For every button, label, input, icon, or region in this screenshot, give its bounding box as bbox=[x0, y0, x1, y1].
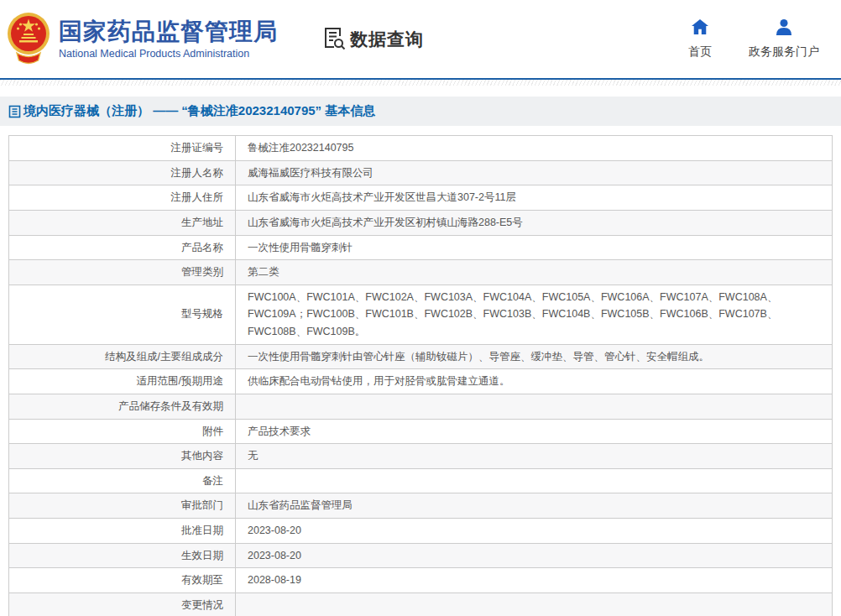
table-row: 注册证编号 鲁械注准20232140795 bbox=[9, 136, 833, 161]
nav-home-label: 首页 bbox=[688, 44, 712, 60]
row-value: 一次性使用骨髓穿刺针由管心针座（辅助钕磁片）、导管座、缓冲垫、导管、管心针、安全… bbox=[236, 344, 833, 369]
row-label: 生产地址 bbox=[9, 210, 236, 235]
row-label: 产品储存条件及有效期 bbox=[9, 394, 236, 419]
data-query-section[interactable]: 数据查询 bbox=[321, 25, 424, 54]
row-value: 供临床配合电动骨钻使用，用于对胫骨或肱骨建立通道。 bbox=[236, 369, 833, 394]
table-row: 批准日期 2023-08-20 bbox=[9, 519, 833, 544]
row-label: 注册人住所 bbox=[9, 185, 236, 211]
row-label: 注册证编号 bbox=[9, 136, 236, 161]
document-icon bbox=[8, 105, 21, 118]
row-value: 鲁械注准20232140795 bbox=[236, 136, 833, 161]
table-row: 产品名称 一次性使用骨髓穿刺针 bbox=[9, 235, 833, 260]
table-row: 注册人住所 山东省威海市火炬高技术产业开发区世昌大道307-2号11层 bbox=[9, 185, 833, 211]
row-label: 有效期至 bbox=[9, 568, 236, 593]
table-row: 有效期至 2028-08-19 bbox=[9, 568, 833, 593]
nav-home[interactable]: 首页 bbox=[688, 18, 712, 60]
breadcrumb-text: 境内医疗器械（注册） —— “鲁械注准20232140795” 基本信息 bbox=[24, 103, 375, 119]
org-title-en: National Medical Products Administration bbox=[59, 48, 278, 60]
table-row: 结构及组成/主要组成成分 一次性使用骨髓穿刺针由管心针座（辅助钕磁片）、导管座、… bbox=[9, 344, 833, 369]
table-row: 生产地址 山东省威海市火炬高技术产业开发区初村镇山海路288-E5号 bbox=[9, 210, 833, 235]
table-row: 生效日期 2023-08-20 bbox=[9, 543, 833, 568]
row-value: 山东省威海市火炬高技术产业开发区初村镇山海路288-E5号 bbox=[236, 210, 833, 235]
row-value: 一次性使用骨髓穿刺针 bbox=[236, 235, 833, 260]
row-value: 无 bbox=[236, 444, 833, 469]
row-value bbox=[236, 468, 833, 493]
row-label: 适用范围/预期用途 bbox=[9, 369, 236, 394]
registration-info-table: 注册证编号 鲁械注准20232140795 注册人名称 威海福威医疗科技有限公司… bbox=[8, 135, 833, 616]
row-value: 威海福威医疗科技有限公司 bbox=[236, 160, 833, 185]
data-query-label: 数据查询 bbox=[350, 28, 424, 51]
row-label: 注册人名称 bbox=[9, 160, 236, 185]
row-value: 2023-08-20 bbox=[236, 519, 833, 544]
table-row: 管理类别 第二类 bbox=[9, 260, 833, 285]
row-value: 产品技术要求 bbox=[236, 419, 833, 444]
logo-group: 国家药品监督管理局 National Medical Products Admi… bbox=[7, 11, 278, 68]
row-label: 备注 bbox=[9, 468, 236, 493]
row-value bbox=[236, 593, 833, 616]
table-row: 审批部门 山东省药品监督管理局 bbox=[9, 493, 833, 519]
row-value: 2028-08-19 bbox=[236, 568, 833, 593]
site-header: 国家药品监督管理局 National Medical Products Admi… bbox=[0, 0, 841, 78]
row-label: 变更情况 bbox=[9, 593, 236, 616]
row-label: 管理类别 bbox=[9, 260, 236, 285]
row-value: 2023-08-20 bbox=[236, 543, 833, 568]
row-value: 山东省威海市火炬高技术产业开发区世昌大道307-2号11层 bbox=[236, 185, 833, 211]
table-row: 注册人名称 威海福威医疗科技有限公司 bbox=[9, 160, 833, 185]
nav-portal-label: 政务服务门户 bbox=[749, 44, 819, 60]
row-value bbox=[236, 394, 833, 419]
table-row: 型号规格 FWC100A、FWC101A、FWC102A、FWC103A、FWC… bbox=[9, 285, 833, 344]
table-row: 其他内容 无 bbox=[9, 444, 833, 469]
org-titles: 国家药品监督管理局 National Medical Products Admi… bbox=[59, 18, 278, 59]
home-icon bbox=[691, 18, 709, 39]
table-row: 变更情况 bbox=[9, 593, 833, 616]
table-row: 适用范围/预期用途 供临床配合电动骨钻使用，用于对胫骨或肱骨建立通道。 bbox=[9, 369, 833, 394]
breadcrumb: 境内医疗器械（注册） —— “鲁械注准20232140795” 基本信息 bbox=[0, 97, 841, 126]
table-row: 产品储存条件及有效期 bbox=[9, 394, 833, 419]
top-nav: 首页 政务服务门户 bbox=[688, 18, 829, 60]
row-label: 型号规格 bbox=[9, 285, 236, 344]
org-title-cn: 国家药品监督管理局 bbox=[59, 18, 278, 45]
data-query-icon bbox=[321, 25, 347, 54]
row-label: 生效日期 bbox=[9, 543, 236, 568]
row-label: 产品名称 bbox=[9, 235, 236, 260]
row-label: 审批部门 bbox=[9, 493, 236, 519]
user-icon bbox=[775, 18, 793, 39]
table-row: 附件 产品技术要求 bbox=[9, 419, 833, 444]
nav-portal[interactable]: 政务服务门户 bbox=[749, 18, 819, 60]
row-value: 第二类 bbox=[236, 260, 833, 285]
table-row: 备注 bbox=[9, 468, 833, 493]
row-value: 山东省药品监督管理局 bbox=[236, 493, 833, 519]
row-value: FWC100A、FWC101A、FWC102A、FWC103A、FWC104A、… bbox=[236, 285, 833, 344]
row-label: 批准日期 bbox=[9, 519, 236, 544]
row-label: 结构及组成/主要组成成分 bbox=[9, 344, 236, 369]
row-label: 附件 bbox=[9, 419, 236, 444]
row-label: 其他内容 bbox=[9, 444, 236, 469]
national-emblem-logo bbox=[7, 11, 50, 68]
header-hatch-shadow bbox=[0, 80, 841, 86]
